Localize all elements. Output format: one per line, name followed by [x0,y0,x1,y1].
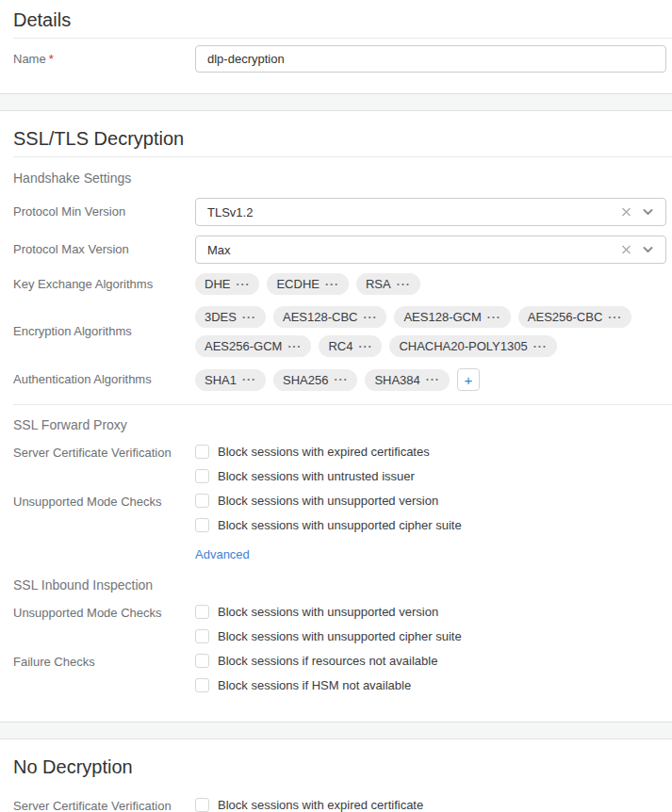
fp-server-cert-verification-label: Server Certificate Verification [13,445,195,461]
chip-menu-dots[interactable]: ··· [426,375,440,384]
chip-rc4[interactable]: RC4··· [319,335,382,357]
ii-failure-checks-label: Failure Checks [13,654,195,670]
checkbox-row: Block sessions with expired certificates [195,445,666,459]
checkbox-row: Block sessions with unsupported cipher s… [195,629,666,643]
protocol-min-version-row: Protocol Min Version TLSv1.2 [13,198,672,226]
clear-icon[interactable] [621,245,631,255]
ii-unsupported-mode-checks-group: Unsupported Mode Checks Block sessions w… [13,605,672,654]
encryption-algorithms-control: 3DES··· AES128-CBC··· AES128-GCM··· AES2… [195,306,666,357]
chip-label: AES128-GCM [403,310,481,324]
key-exchange-algorithms-row: Key Exchange Algorithms DHE··· ECDHE··· … [13,273,672,295]
checkbox-label: Block sessions if resources not availabl… [218,654,437,668]
checkbox[interactable] [195,678,209,692]
chip-menu-dots[interactable]: ··· [287,342,302,351]
advanced-link[interactable]: Advanced [195,547,250,561]
chip-label: AES256-CBC [528,310,602,324]
protocol-max-version-row: Protocol Max Version Max [13,235,672,264]
chip-ecdhe[interactable]: ECDHE··· [267,273,349,295]
encryption-chips: 3DES··· AES128-CBC··· AES128-GCM··· AES2… [195,306,666,357]
checkbox[interactable] [195,629,209,643]
chip-chacha20-poly1305[interactable]: CHACHA20-POLY1305··· [389,335,556,357]
chip-3des[interactable]: 3DES··· [195,306,266,328]
key-exchange-algorithms-control: DHE··· ECDHE··· RSA··· [195,273,666,295]
add-algorithm-button[interactable]: + [457,368,480,391]
checkbox[interactable] [195,445,209,459]
ii-unsupported-mode-checks-label: Unsupported Mode Checks [13,605,195,621]
chip-sha1[interactable]: SHA1··· [195,369,266,391]
chip-label: AES256-GCM [205,339,282,353]
chip-label: RSA [366,277,391,291]
nd-server-cert-verification-group: Server Certificate Verification Block se… [13,798,672,812]
chip-menu-dots[interactable]: ··· [397,280,411,289]
chip-aes256-gcm[interactable]: AES256-GCM··· [195,335,311,357]
name-label-text: Name [13,52,46,66]
chip-menu-dots[interactable]: ··· [533,342,548,351]
encryption-algorithms-row: Encryption Algorithms 3DES··· AES128-CBC… [13,306,672,357]
chip-menu-dots[interactable]: ··· [334,375,348,384]
chip-menu-dots[interactable]: ··· [242,313,256,322]
key-exchange-algorithms-label: Key Exchange Algorithms [13,277,195,292]
checkbox[interactable] [195,654,209,668]
chip-label: SHA256 [283,373,328,387]
chip-sha256[interactable]: SHA256··· [273,369,357,391]
clear-icon[interactable] [621,207,631,218]
chip-rsa[interactable]: RSA··· [356,273,420,295]
checkbox-row: Block sessions with expired certificate [195,798,666,812]
chip-label: DHE [205,277,230,291]
checkbox[interactable] [195,494,209,508]
checkbox-row: Block sessions if HSM not available [195,678,666,692]
chip-menu-dots[interactable]: ··· [363,313,377,322]
authentication-algorithms-label: Authentication Algorithms [13,372,195,387]
authentication-chips: SHA1··· SHA256··· SHA384··· + [195,368,666,391]
ii-unsupported-mode-checkboxes: Block sessions with unsupported version … [195,605,666,654]
chevron-down-icon[interactable] [643,209,653,216]
fp-server-cert-verification-group: Server Certificate Verification Block se… [13,445,672,494]
chip-label: 3DES [205,310,237,324]
protocol-min-version-value: TLSv1.2 [207,205,253,219]
name-row: Name* [13,45,672,73]
name-input[interactable] [195,45,666,73]
chip-label: CHACHA20-POLY1305 [399,339,527,353]
chip-label: SHA384 [374,373,419,387]
chip-menu-dots[interactable]: ··· [487,313,501,322]
checkbox[interactable] [195,469,209,483]
chip-aes128-gcm[interactable]: AES128-GCM··· [394,306,510,328]
checkbox-label: Block sessions if HSM not available [218,678,411,692]
protocol-min-version-select[interactable]: TLSv1.2 [195,198,666,226]
chip-aes256-cbc[interactable]: AES256-CBC··· [518,306,631,328]
chevron-down-icon[interactable] [643,247,653,253]
chip-menu-dots[interactable]: ··· [325,280,339,289]
checkbox[interactable] [195,518,209,532]
chip-menu-dots[interactable]: ··· [242,375,256,384]
chip-menu-dots[interactable]: ··· [608,313,622,322]
chip-menu-dots[interactable]: ··· [358,342,372,351]
chip-aes128-cbc[interactable]: AES128-CBC··· [273,306,386,328]
encryption-algorithms-label: Encryption Algorithms [13,324,195,339]
checkbox-label: Block sessions with expired certificate [218,798,423,812]
ii-failure-checks-group: Failure Checks Block sessions if resourc… [13,654,672,703]
details-title: Details [13,0,672,39]
checkbox-row: Block sessions with unsupported version [195,494,666,508]
checkbox[interactable] [195,798,209,812]
chip-sha384[interactable]: SHA384··· [365,369,449,391]
required-asterisk: * [49,52,54,66]
chip-label: RC4 [328,339,352,353]
checkbox-label: Block sessions with untrusted issuer [218,469,415,483]
chip-label: AES128-CBC [283,310,357,324]
protocol-max-version-select[interactable]: Max [195,235,666,264]
checkbox[interactable] [195,605,209,619]
chip-menu-dots[interactable]: ··· [236,280,250,289]
authentication-algorithms-control: SHA1··· SHA256··· SHA384··· + [195,368,666,391]
checkbox-row: Block sessions with untrusted issuer [195,469,666,483]
advanced-link-control: Advanced [195,545,666,562]
chip-dhe[interactable]: DHE··· [195,273,259,295]
no-decryption-title: No Decryption [13,747,672,785]
key-exchange-chips: DHE··· ECDHE··· RSA··· [195,273,666,295]
nd-server-cert-verification-checkboxes: Block sessions with expired certificate … [195,798,666,812]
fp-unsupported-mode-checks-group: Unsupported Mode Checks Block sessions w… [13,494,672,543]
decryption-profile-form: Details Name* SSL/TLS Decryption Handsha… [0,0,672,812]
checkbox-row: Block sessions if resources not availabl… [195,654,666,668]
checkbox-label: Block sessions with expired certificates [218,445,430,459]
checkbox-label: Block sessions with unsupported version [218,605,438,619]
panel-separator [0,93,672,111]
